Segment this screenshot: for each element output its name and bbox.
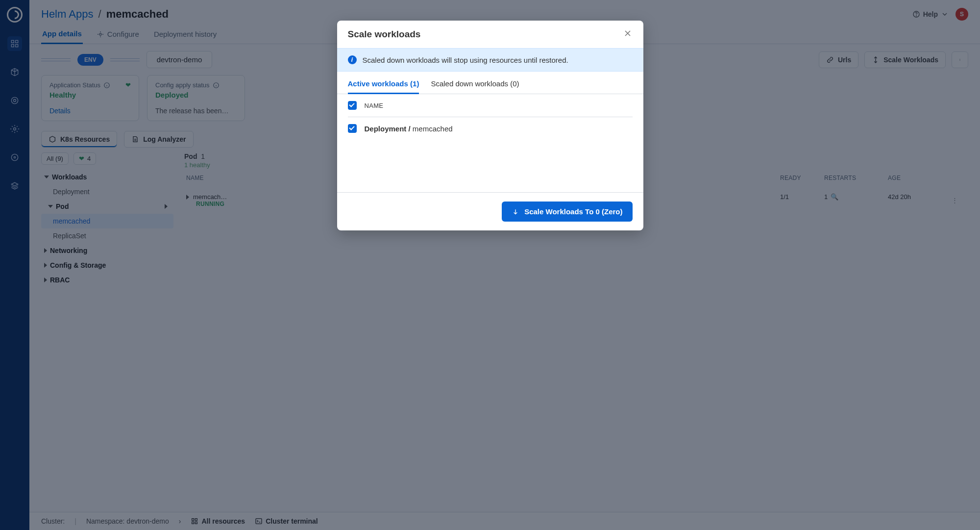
modal-row-deployment: Deployment / memcached: [348, 117, 633, 140]
arrow-down-icon: [512, 208, 519, 216]
close-button[interactable]: [623, 28, 633, 40]
modal-body: NAME Deployment / memcached: [337, 94, 643, 192]
select-all-checkbox[interactable]: [348, 101, 357, 110]
modal-tab-active-workloads[interactable]: Active workloads (1): [348, 77, 419, 94]
modal-tab-scaled-down[interactable]: Scaled down workloads (0): [431, 77, 519, 94]
modal-info-strip: i Scaled down workloads will stop using …: [337, 48, 643, 72]
modal-row-name: memcached: [413, 125, 453, 133]
modal-row-kind: Deployment /: [365, 125, 411, 133]
modal-footer: Scale Workloads To 0 (Zero): [337, 192, 643, 230]
info-icon: i: [348, 55, 357, 64]
scale-to-zero-label: Scale Workloads To 0 (Zero): [524, 207, 622, 216]
modal-title: Scale workloads: [348, 29, 421, 40]
modal-col-name: NAME: [365, 102, 384, 109]
modal-tabs: Active workloads (1) Scaled down workloa…: [337, 72, 643, 94]
modal-table-header: NAME: [348, 94, 633, 117]
modal-header: Scale workloads: [337, 21, 643, 48]
modal-overlay[interactable]: Scale workloads i Scaled down workloads …: [0, 0, 980, 530]
close-icon: [623, 28, 633, 38]
row-checkbox[interactable]: [348, 124, 357, 133]
scale-workloads-modal: Scale workloads i Scaled down workloads …: [337, 21, 643, 230]
scale-to-zero-button[interactable]: Scale Workloads To 0 (Zero): [502, 202, 632, 222]
modal-info-text: Scaled down workloads will stop using re…: [363, 56, 568, 64]
